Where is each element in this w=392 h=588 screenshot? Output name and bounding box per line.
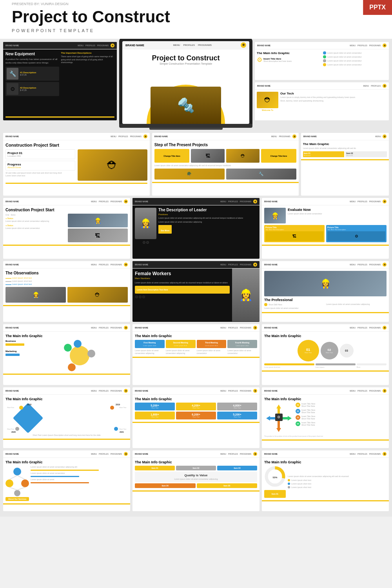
dl-text-col: The Description of Leader Positions Lore… [158, 208, 257, 256]
mi9-item3-text: Lorem ipsum short text [291, 486, 311, 488]
dot-yellow [323, 63, 326, 66]
mi9-item1: Lorem ipsum short text [288, 479, 387, 481]
dl-nav: BRAND NAME MENU PROFILES PROGRAMS ⚙ [132, 198, 260, 205]
mi2-desc3: Lorem ipsum dolor sit amet consectetur [197, 349, 227, 354]
mi4-body: The Main Info Graphic 2018 2019 2020 202… [3, 395, 130, 439]
cpss-nav: BRAND NAME MENU PROFILES PROGRAMS ⚙ [3, 198, 130, 205]
step-img-1: 🏗 [191, 149, 224, 163]
obs-sub1: ▬▬▬ Lorem ipsum short text [5, 277, 128, 279]
mi9-content: 53% Item 01 Lorem ipsum dolor sit amet c… [264, 466, 387, 498]
fw-text: Female Workers Main Numbers Lorem ipsum … [132, 269, 232, 321]
mi9-programs: PROGRAMS [369, 453, 381, 455]
cpss-right: 👷 🏗 [68, 214, 128, 242]
main-info-3-slide: BRAND NAME MENU PROFILES PROGRAMS ⚙ The … [262, 324, 389, 385]
dl-brand: BRAND NAME [135, 200, 148, 203]
row-4: BRAND NAME MENU PROFILES PROGRAMS ⚙ The … [0, 324, 392, 387]
pro-dot: ⚙ [383, 263, 387, 267]
laptop-worker-img: 🔩 [151, 87, 221, 124]
laptop-nav-links: MENU PROFILES PROGRAMS [173, 44, 212, 46]
new-equipment-desc: A product for currently has taken posses… [5, 58, 59, 65]
steps-menu: MENU [271, 135, 277, 138]
mi6-num1: 01 [296, 403, 300, 407]
mi3-num3: 03 [345, 349, 348, 352]
mi1-bar2 [5, 354, 20, 356]
cpss-img1: 👷 [68, 214, 128, 227]
obs-imgs: 👷‍♀️ ⛑ [5, 287, 128, 303]
cps-profiles: PROFILES [118, 135, 128, 138]
steps-dot: ⚙ [292, 134, 296, 138]
cps-left: Project 01 Location 001 Progress Almost … [5, 149, 75, 181]
pro-bottom-bar [262, 312, 389, 313]
mi6-item4-text: Insert Title HereShort Title Note [301, 421, 315, 426]
mi5-profiles: PROFILES [228, 390, 238, 392]
mi8-profiles: PROFILES [228, 453, 238, 455]
mi4-short4: Short Text [119, 428, 126, 430]
mi3-desc2: Lorem ipsum [316, 366, 356, 368]
ev-profiles: PROFILES [358, 200, 367, 203]
svg-text:⚙: ⚙ [277, 415, 280, 419]
mi3-nav: BRAND NAME MENU PROFILES PROGRAMS ⚙ [262, 324, 389, 332]
ot-text-col: Our Tech Lorem ipsum is simply dummy tex… [280, 92, 387, 111]
svg-point-4 [21, 479, 29, 487]
ot-dot: ⚙ [383, 84, 387, 88]
pro-body: 👷‍♀️ The Professional Short Skill Here L… [262, 269, 389, 312]
dl-profiles: PROFILES [228, 200, 238, 203]
obs-body: The Observations ▬▬▬ Lorem ipsum short t… [3, 269, 130, 305]
mi9-pie1: 53% [264, 466, 286, 489]
page-subtitle: POWERPOINT TEMPLATE [12, 28, 380, 33]
row-6: BRAND NAME MENU PROFILES PROGRAMS ⚙ The … [0, 450, 392, 514]
equipment-img-2: ⚙ [7, 83, 18, 95]
svg-line-6 [9, 475, 17, 479]
mi2-dot: ⚙ [253, 326, 257, 330]
obs-title: The Observations [5, 271, 128, 275]
dl-btn[interactable]: See More [158, 225, 172, 234]
ev-box1-sub: Two Short Text Description [265, 229, 323, 230]
mi9-item1-text: Lorem ipsum short text [291, 479, 311, 481]
observations-slide: BRAND NAME MENU PROFILES PROGRAMS ⚙ The … [3, 261, 130, 322]
project-box: Project 01 Location 001 [5, 149, 75, 159]
cps-programs: PROGRAMS [130, 135, 142, 138]
cpss-left: One Done ● Status Lorem ipsum dolor sit … [5, 214, 66, 242]
dl-img-col: 👷‍♀️ ⚙⚙ [135, 208, 156, 256]
mi7-graphic [5, 466, 29, 497]
tr-body: The Main Info Graphic ⚙ Insert Title Her… [255, 49, 389, 68]
mi4-programs: PROGRAMS [111, 390, 122, 392]
mi5-dot: ⚙ [253, 389, 257, 393]
mi9-pct: 53% [272, 476, 277, 479]
svg-line-8 [9, 487, 17, 490]
fw-nav: BRAND NAME MENU PROFILES PROGRAMS ⚙ [132, 261, 260, 269]
mi6-footer: The product is the product of a lot of t… [264, 435, 387, 437]
mi3-menu: MENU [350, 327, 356, 329]
obs-nav: BRAND NAME MENU PROFILES PROGRAMS ⚙ [3, 261, 130, 269]
mi1-circle-bottom [68, 363, 76, 371]
mi1-circle-container [64, 340, 95, 371]
ev-menu: MENU [350, 200, 356, 203]
mi3-title: The Main Info Graphic [264, 334, 387, 338]
mi4-dot-br [114, 427, 118, 431]
ev-boxes: Picture Title Two Short Text Description… [264, 225, 387, 242]
mi2-step2: Second Meeting Lorem ipsum short [166, 340, 196, 348]
tr-left: The Main Info Graphic ⚙ Insert Title Her… [257, 51, 321, 66]
dl-desc2: Lorem ipsum dolor sit amet consectetur a… [158, 221, 257, 223]
cpss-bottom-bar [3, 245, 130, 246]
main-info-4-slide: BRAND NAME MENU PROFILES PROGRAMS ⚙ The … [3, 387, 130, 448]
fw-menu: MENU [220, 263, 226, 266]
top-right-nav: BRAND NAME MENU PROFILES PROGRAMS ⚙ [255, 42, 389, 49]
pro-profiles: PROFILES [358, 263, 367, 266]
top-right-info: BRAND NAME MENU PROFILES PROGRAMS ⚙ The … [255, 42, 389, 80]
mi3-circle2: 02 Short Text [321, 342, 338, 359]
mi9-title: The Main Info Graphic [264, 460, 387, 464]
tr-programs: PROGRAMS [369, 44, 381, 47]
mi8-bottom-bar [132, 490, 260, 492]
mi9-item2: Lorem ipsum short text [288, 483, 387, 485]
dl-worker-img: 👷‍♀️ [135, 208, 156, 239]
mi1-brand: BRAND NAME [5, 327, 19, 329]
mi8-col1: Item 01 [135, 466, 175, 470]
ev-text: Evaluate Now Lorem ipsum dolor sit amet … [288, 208, 387, 223]
mi6-brand: BRAND NAME [264, 390, 278, 392]
female-workers-slide: BRAND NAME MENU PROFILES PROGRAMS ⚙ Fema… [132, 261, 260, 322]
fw-body: Female Workers Main Numbers Lorem ipsum … [132, 269, 260, 321]
mi9-profiles: PROFILES [358, 453, 367, 455]
description-leader-slide: BRAND NAME MENU PROFILES PROGRAMS ⚙ 👷‍♀️… [132, 198, 260, 259]
mi6-nums: 01 Insert Title HereShort Title Note 02 … [296, 403, 387, 434]
